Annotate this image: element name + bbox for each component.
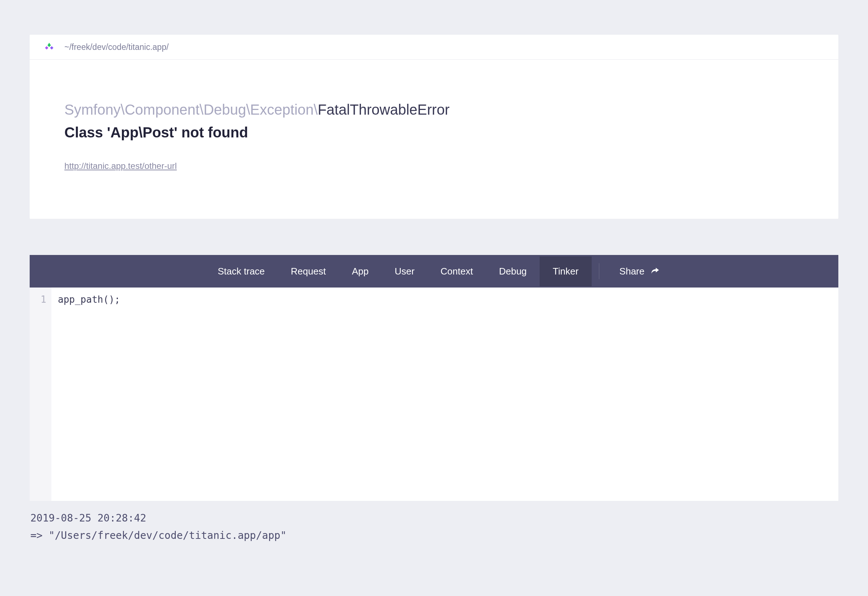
code-content[interactable]: app_path(); xyxy=(52,288,838,501)
tab-tinker[interactable]: Tinker xyxy=(540,257,591,286)
exception-message: Class 'App\Post' not found xyxy=(64,124,804,141)
nav-bar: Stack trace Request App User Context Deb… xyxy=(30,255,838,288)
exception-url[interactable]: http://titanic.app.test/other-url xyxy=(64,161,177,171)
exception-namespace: Symfony\Component\Debug\Exception\ xyxy=(64,102,317,118)
code-line: app_path(); xyxy=(58,294,832,305)
tab-debug[interactable]: Debug xyxy=(486,257,540,286)
tab-user[interactable]: User xyxy=(382,257,428,286)
code-editor[interactable]: 1 app_path(); xyxy=(30,288,838,501)
share-icon xyxy=(650,267,660,276)
card-header: ~/freek/dev/code/titanic.app/ xyxy=(30,35,838,60)
tab-app[interactable]: App xyxy=(339,257,382,286)
line-gutter: 1 xyxy=(30,288,52,501)
share-button[interactable]: Share xyxy=(607,257,663,286)
tab-stack-trace[interactable]: Stack trace xyxy=(205,257,278,286)
line-number: 1 xyxy=(30,294,52,305)
tab-request[interactable]: Request xyxy=(278,257,339,286)
exception-class: FatalThrowableError xyxy=(317,102,450,118)
card-body: Symfony\Component\Debug\Exception\FatalT… xyxy=(30,60,838,219)
nav-divider xyxy=(599,263,599,279)
output-result: => "/Users/freek/dev/code/titanic.app/ap… xyxy=(30,527,838,544)
tab-context[interactable]: Context xyxy=(428,257,486,286)
share-label: Share xyxy=(620,266,645,277)
output-timestamp: 2019-08-25 20:28:42 xyxy=(30,510,838,527)
error-card: ~/freek/dev/code/titanic.app/ Symfony\Co… xyxy=(30,35,838,219)
app-icon xyxy=(44,42,54,52)
breadcrumb-path: ~/freek/dev/code/titanic.app/ xyxy=(64,42,168,52)
tinker-panel: Stack trace Request App User Context Deb… xyxy=(30,255,838,544)
output-panel: 2019-08-25 20:28:42 => "/Users/freek/dev… xyxy=(30,501,838,544)
